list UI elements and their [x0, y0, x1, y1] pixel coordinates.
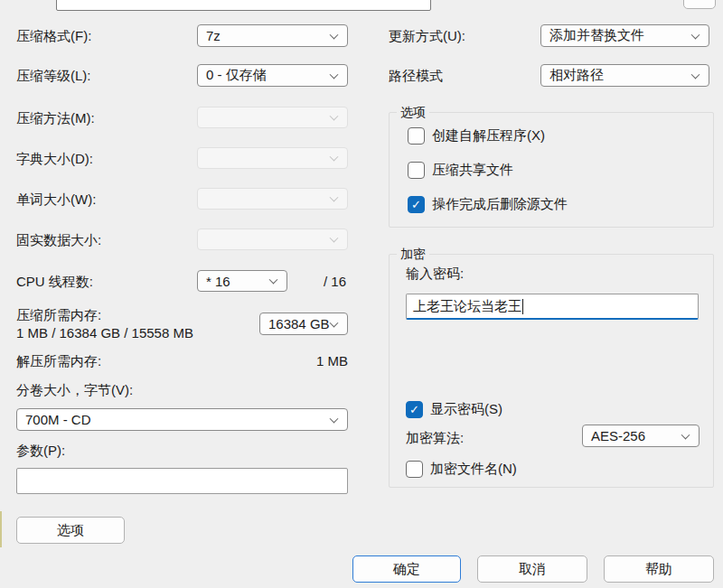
chevron-down-icon	[691, 30, 700, 39]
cpu-threads-max: / 16	[324, 274, 346, 289]
archive-format-select[interactable]: 7z	[197, 24, 348, 47]
compression-method-label: 压缩方法(M):	[16, 110, 95, 127]
word-size-select	[197, 188, 348, 210]
encrypt-filenames-checkbox[interactable]: ✓ 加密文件名(N)	[406, 461, 517, 478]
checkbox-icon: ✓	[408, 162, 425, 179]
browse-button[interactable]	[683, 0, 716, 9]
password-value: 上老王论坛当老王	[413, 298, 521, 315]
cancel-button[interactable]: 取消	[477, 555, 587, 583]
options-group-title: 选项	[397, 105, 429, 121]
word-size-label: 单词大小(W):	[16, 191, 96, 209]
dictionary-size-select	[197, 147, 348, 169]
memory-compress-detail: 1 MB / 16384 GB / 15558 MB	[16, 325, 193, 341]
path-mode-select[interactable]: 相对路径	[540, 64, 709, 87]
compression-level-label: 压缩等级(L):	[16, 68, 91, 85]
encryption-group: 加密 输入密码: 上老王论坛当老王 ✓ 显示密码(S) 加密算法: AES-25…	[389, 254, 714, 488]
compression-level-select[interactable]: 0 - 仅存储	[197, 64, 348, 87]
chevron-down-icon	[330, 112, 339, 121]
checkbox-icon: ✓	[408, 196, 425, 213]
options-group: 选项 ✓ 创建自解压程序(X) ✓ 压缩共享文件 ✓ 操作完成后删除源文件	[389, 112, 714, 228]
chevron-down-icon	[681, 430, 690, 439]
chevron-down-icon	[691, 70, 700, 79]
archive-name-input[interactable]	[56, 0, 431, 11]
chevron-down-icon	[330, 153, 339, 162]
chevron-down-icon	[330, 234, 339, 243]
password-label: 输入密码:	[406, 266, 464, 283]
cpu-threads-label: CPU 线程数:	[16, 274, 93, 291]
checkbox-icon: ✓	[408, 127, 425, 145]
password-input[interactable]: 上老王论坛当老王	[406, 294, 699, 320]
encryption-method-label: 加密算法:	[406, 430, 464, 447]
chevron-down-icon	[330, 193, 339, 202]
ok-button[interactable]: 确定	[352, 555, 461, 583]
checkbox-icon: ✓	[406, 401, 423, 418]
memory-compress-label: 压缩所需内存:	[16, 307, 101, 324]
help-button[interactable]: 帮助	[604, 555, 714, 583]
checkbox-icon: ✓	[406, 461, 423, 478]
path-mode-label: 路径模式	[389, 68, 443, 85]
archive-format-label: 压缩格式(F):	[16, 28, 91, 45]
text-caret	[522, 299, 523, 314]
delete-after-checkbox[interactable]: ✓ 操作完成后删除源文件	[408, 196, 568, 213]
add-to-archive-dialog: 压缩格式(F): 7z 压缩等级(L): 0 - 仅存储 压缩方法(M): 字典…	[0, 0, 723, 588]
solid-block-size-label: 固实数据大小:	[16, 232, 101, 249]
cpu-threads-select[interactable]: * 16	[197, 270, 287, 292]
dictionary-size-label: 字典大小(D):	[16, 151, 93, 168]
memory-decompress-value: 1 MB	[316, 353, 348, 369]
volume-size-combo[interactable]: 700M - CD	[16, 408, 348, 431]
chevron-down-icon	[330, 30, 339, 39]
options-button[interactable]: 选项	[16, 517, 125, 544]
volume-size-label: 分卷大小，字节(V):	[16, 382, 133, 399]
screen-edge-artifact	[0, 511, 2, 547]
update-mode-select[interactable]: 添加并替换文件	[540, 24, 709, 47]
compress-shared-checkbox[interactable]: ✓ 压缩共享文件	[408, 162, 513, 179]
encryption-group-title: 加密	[397, 247, 429, 263]
parameters-label: 参数(P):	[16, 443, 65, 460]
encryption-method-select[interactable]: AES-256	[582, 425, 700, 447]
update-mode-label: 更新方式(U):	[389, 28, 465, 45]
chevron-down-icon	[330, 70, 339, 79]
chevron-down-icon	[330, 318, 339, 327]
memory-decompress-label: 解压所需内存:	[16, 353, 101, 370]
solid-block-size-select	[197, 229, 348, 250]
parameters-input[interactable]	[16, 468, 348, 494]
show-password-checkbox[interactable]: ✓ 显示密码(S)	[406, 401, 502, 418]
compression-method-select	[197, 107, 348, 128]
chevron-down-icon	[269, 275, 278, 285]
chevron-down-icon	[330, 414, 339, 423]
create-sfx-checkbox[interactable]: ✓ 创建自解压程序(X)	[408, 127, 545, 145]
memory-limit-select[interactable]: 16384 GB	[259, 313, 348, 335]
